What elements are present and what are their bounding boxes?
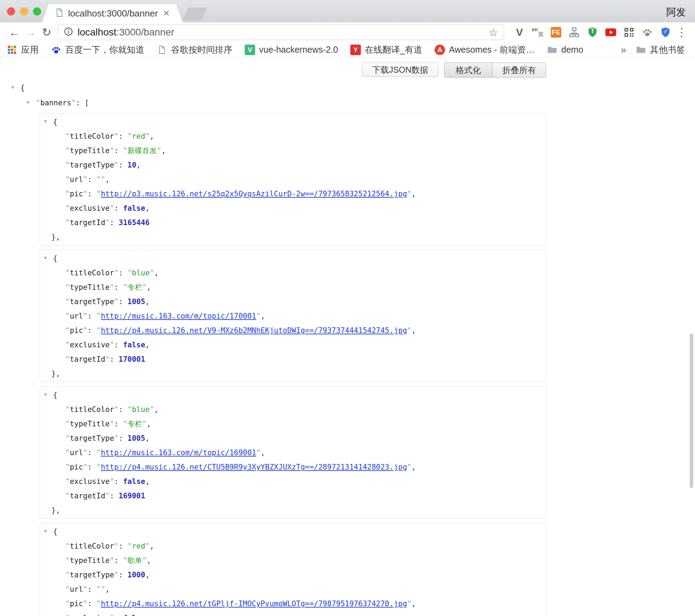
json-value-link[interactable]: http://p4.music.126.net/CTU5B9R9y3XyYBZX… (101, 463, 407, 471)
browser-tab[interactable]: localhost:3000/banner ✕ (42, 4, 183, 22)
window-zoom-button[interactable] (33, 7, 41, 15)
json-value-link[interactable]: http://p4.music.126.net/V9-MXz6b2MNhEKju… (101, 326, 407, 335)
window-minimize-button[interactable] (20, 7, 28, 15)
extension-translate-icon[interactable]: en英 (529, 24, 547, 40)
json-viewer-toolbar: 下载JSON数据 格式化 折叠所有 (362, 63, 546, 78)
browser-menu-button[interactable]: ⋮ (675, 26, 689, 39)
quote-mark: " (110, 341, 114, 349)
json-punctuation: , (145, 204, 150, 212)
back-button[interactable]: ← (6, 24, 22, 40)
bookmark-label: demo (561, 45, 583, 55)
bookmarks-overflow-chevron[interactable]: » (621, 44, 626, 55)
extension-paw-icon[interactable] (638, 24, 656, 40)
forward-button[interactable]: → (22, 24, 39, 40)
quote-mark: " (65, 434, 70, 443)
bookmark-vue-hackernews[interactable]: V vue-hackernews-2.0 (244, 44, 338, 55)
bookmark-label: Awesomes - 前端资… (449, 44, 535, 55)
quote-mark: " (101, 585, 105, 594)
bookmark-baidu[interactable]: 百度一下，你就知道 (51, 44, 144, 55)
json-punctuation: , (145, 434, 150, 443)
json-line: "typeTitle": "歌单", (40, 553, 546, 568)
quote-mark: " (150, 405, 154, 414)
page-favicon-icon (55, 8, 64, 19)
json-value-boolean: false (123, 204, 145, 212)
json-value-string: red (132, 132, 145, 140)
vertical-scrollbar[interactable] (690, 334, 693, 488)
collapse-triangle-icon[interactable]: ▼ (44, 524, 53, 538)
json-line: "exclusive": false, (40, 474, 546, 489)
collapse-triangle-icon[interactable]: ▼ (44, 251, 53, 265)
json-value-string: blue (132, 269, 150, 277)
collapse-triangle-icon[interactable]: ▼ (44, 114, 53, 129)
json-viewer: ▼{ ▼"banners": [ ▼{"titleColor": "red","… (11, 80, 695, 616)
json-key: targetId (70, 355, 105, 363)
address-bar[interactable]: localhost:3000/banner ☆ (58, 25, 504, 40)
extension-orgchart-icon[interactable] (565, 24, 583, 40)
bookmark-awesomes[interactable]: A Awesomes - 前端资… (434, 44, 535, 55)
quote-mark: " (65, 175, 70, 184)
site-info-icon[interactable] (64, 27, 73, 38)
window-close-button[interactable] (7, 7, 15, 15)
collapse-all-button[interactable]: 折叠所有 (492, 63, 546, 77)
extension-fe-icon[interactable]: FE (547, 24, 565, 40)
quote-mark: " (65, 297, 70, 306)
json-line: "titleColor": "blue", (40, 266, 546, 280)
json-punctuation: : (114, 420, 123, 428)
json-punctuation: : (114, 204, 123, 212)
json-key: url (70, 448, 83, 457)
extension-youtube-icon[interactable] (602, 24, 620, 40)
json-value-link[interactable]: http://music.163.com/m/topic/169001 (101, 448, 256, 457)
json-line: "typeTitle": "专栏", (40, 417, 546, 431)
extension-v-icon[interactable]: V (510, 24, 529, 40)
quote-mark: " (83, 585, 88, 594)
page-content: 下载JSON数据 格式化 折叠所有 ▼{ ▼"banners": [ ▼{"ti… (0, 58, 695, 616)
json-value-link[interactable]: http://p4.music.126.net/tGPljf-IMOCyPvum… (101, 599, 407, 608)
json-line: "typeTitle": "新碟首发", (40, 144, 546, 158)
quote-mark: " (114, 405, 119, 414)
quote-mark: " (97, 463, 101, 471)
quote-mark: " (83, 312, 88, 320)
json-punctuation: , (145, 297, 150, 306)
folder-icon (635, 44, 647, 55)
collapse-triangle-icon[interactable]: ▼ (11, 80, 20, 94)
bookmark-youdao-translate[interactable]: Y 在线翻译_有道 (350, 44, 422, 55)
extension-shield-check-icon[interactable]: ✓ (656, 24, 675, 40)
json-key: url (70, 312, 83, 320)
json-punctuation: , (161, 146, 166, 155)
collapse-triangle-icon[interactable]: ▼ (27, 95, 36, 110)
quote-mark: " (114, 297, 119, 306)
new-tab-button[interactable] (183, 8, 207, 20)
json-key: exclusive (70, 204, 110, 212)
tab-close-icon[interactable]: ✕ (163, 8, 170, 18)
json-punctuation: : (87, 326, 96, 335)
json-value-link[interactable]: http://music.163.com/m/topic/170001 (101, 312, 256, 320)
reload-button[interactable]: ↻ (39, 24, 55, 40)
json-line: "targetId": 3165446 (40, 216, 546, 230)
json-punctuation: : (119, 405, 127, 414)
json-line: "pic": "http://p4.music.126.net/tGPljf-I… (40, 597, 546, 611)
bookmark-label: 应用 (21, 44, 39, 55)
profile-name[interactable]: 阿发 (666, 6, 686, 19)
json-value-link[interactable]: http://p3.music.126.net/s25q2x5QyqsAzilC… (101, 190, 407, 198)
json-key: titleColor (70, 132, 114, 140)
json-line: "titleColor": "red", (40, 539, 546, 553)
collapse-triangle-icon[interactable]: ▼ (44, 387, 53, 402)
browser-window: localhost:3000/banner ✕ 阿发 ← → ↻ localho… (0, 0, 695, 616)
bookmark-demo-folder[interactable]: demo (547, 44, 583, 55)
download-json-button[interactable]: 下载JSON数据 (362, 63, 438, 77)
format-button[interactable]: 格式化 (444, 63, 492, 77)
bookmark-google-sort[interactable]: 谷歌按时间排序 (156, 44, 232, 55)
quote-mark: " (110, 556, 114, 565)
quote-mark: " (110, 614, 114, 616)
bookmark-other-bookmarks[interactable]: 其他书签 (635, 44, 685, 55)
json-key: pic (70, 463, 83, 471)
extension-qrcode-icon[interactable] (620, 24, 638, 40)
bookmark-star-icon[interactable]: ☆ (489, 26, 498, 39)
bookmark-apps[interactable]: 应用 (6, 44, 39, 55)
extension-shield-t-icon[interactable]: T (583, 24, 602, 40)
json-punctuation: { (53, 391, 58, 399)
json-punctuation: : (114, 477, 123, 486)
json-line: ▼{ (40, 524, 546, 539)
quote-mark: " (65, 448, 70, 457)
json-punctuation: { (53, 527, 58, 536)
